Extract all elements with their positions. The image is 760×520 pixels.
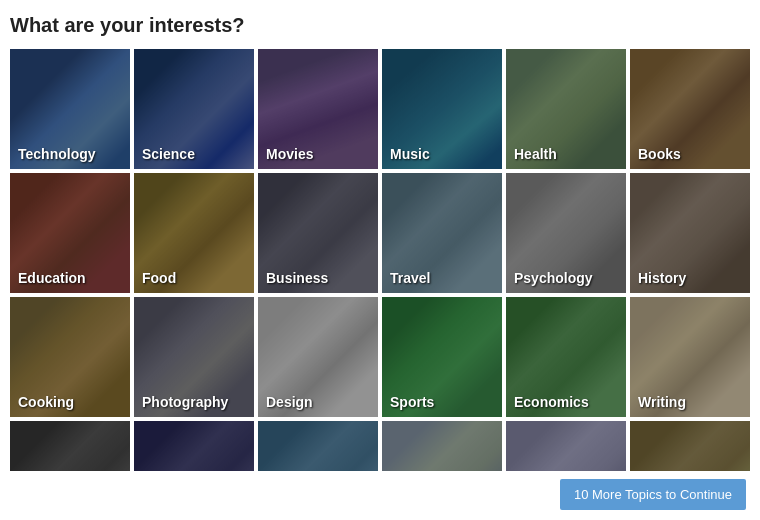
card-overlay-movies: Movies	[258, 49, 378, 169]
page-container: What are your interests? TechnologyScien…	[0, 0, 760, 520]
card-overlay-travel: Travel	[382, 173, 502, 293]
topic-card-movies[interactable]: Movies	[258, 49, 378, 169]
topic-card-cooking[interactable]: Cooking	[10, 297, 130, 417]
continue-button[interactable]: 10 More Topics to Continue	[560, 479, 746, 510]
topic-card-food[interactable]: Food	[134, 173, 254, 293]
topic-card-sports[interactable]: Sports	[382, 297, 502, 417]
card-label-movies: Movies	[266, 146, 313, 163]
card-label-travel: Travel	[390, 270, 430, 287]
card-overlay-design: Design	[258, 297, 378, 417]
card-label-business: Business	[266, 270, 328, 287]
footer-bar: 10 More Topics to Continue	[10, 471, 750, 510]
card-overlay-business: Business	[258, 173, 378, 293]
card-overlay-sports: Sports	[382, 297, 502, 417]
card-overlay-food: Food	[134, 173, 254, 293]
topic-card-psychology[interactable]: Psychology	[506, 173, 626, 293]
card-label-science: Science	[142, 146, 195, 163]
card-overlay-psychology: Psychology	[506, 173, 626, 293]
card-overlay-science: Science	[134, 49, 254, 169]
card-overlay-row4d	[382, 421, 502, 471]
card-overlay-cooking: Cooking	[10, 297, 130, 417]
topic-card-science[interactable]: Science	[134, 49, 254, 169]
topic-card-row4d[interactable]	[382, 421, 502, 471]
topic-card-music[interactable]: Music	[382, 49, 502, 169]
topic-card-economics[interactable]: Economics	[506, 297, 626, 417]
card-overlay-history: History	[630, 173, 750, 293]
card-overlay-photography: Photography	[134, 297, 254, 417]
card-label-economics: Economics	[514, 394, 589, 411]
card-label-health: Health	[514, 146, 557, 163]
topic-card-photography[interactable]: Photography	[134, 297, 254, 417]
card-label-cooking: Cooking	[18, 394, 74, 411]
card-overlay-row4f	[630, 421, 750, 471]
card-overlay-writing: Writing	[630, 297, 750, 417]
topic-card-travel[interactable]: Travel	[382, 173, 502, 293]
card-overlay-health: Health	[506, 49, 626, 169]
card-overlay-row4b	[134, 421, 254, 471]
topic-card-health[interactable]: Health	[506, 49, 626, 169]
card-label-photography: Photography	[142, 394, 228, 411]
topic-card-row4e[interactable]	[506, 421, 626, 471]
card-label-books: Books	[638, 146, 681, 163]
card-label-history: History	[638, 270, 686, 287]
topic-card-row4c[interactable]	[258, 421, 378, 471]
page-title: What are your interests?	[10, 14, 750, 37]
topic-card-design[interactable]: Design	[258, 297, 378, 417]
topic-card-row4a[interactable]	[10, 421, 130, 471]
card-label-music: Music	[390, 146, 430, 163]
card-overlay-row4e	[506, 421, 626, 471]
card-label-psychology: Psychology	[514, 270, 593, 287]
topic-card-writing[interactable]: Writing	[630, 297, 750, 417]
topic-card-business[interactable]: Business	[258, 173, 378, 293]
card-overlay-education: Education	[10, 173, 130, 293]
card-label-design: Design	[266, 394, 313, 411]
topic-card-technology[interactable]: Technology	[10, 49, 130, 169]
card-overlay-books: Books	[630, 49, 750, 169]
card-label-sports: Sports	[390, 394, 434, 411]
topic-card-row4f[interactable]	[630, 421, 750, 471]
topics-grid: TechnologyScienceMoviesMusicHealthBooksE…	[10, 49, 750, 471]
topic-card-education[interactable]: Education	[10, 173, 130, 293]
card-overlay-row4c	[258, 421, 378, 471]
card-overlay-row4a	[10, 421, 130, 471]
card-label-food: Food	[142, 270, 176, 287]
topic-card-row4b[interactable]	[134, 421, 254, 471]
grid-scroll-container: TechnologyScienceMoviesMusicHealthBooksE…	[10, 49, 750, 471]
topic-card-history[interactable]: History	[630, 173, 750, 293]
card-label-writing: Writing	[638, 394, 686, 411]
card-overlay-music: Music	[382, 49, 502, 169]
topic-card-books[interactable]: Books	[630, 49, 750, 169]
card-overlay-economics: Economics	[506, 297, 626, 417]
card-label-technology: Technology	[18, 146, 96, 163]
card-overlay-technology: Technology	[10, 49, 130, 169]
card-label-education: Education	[18, 270, 86, 287]
